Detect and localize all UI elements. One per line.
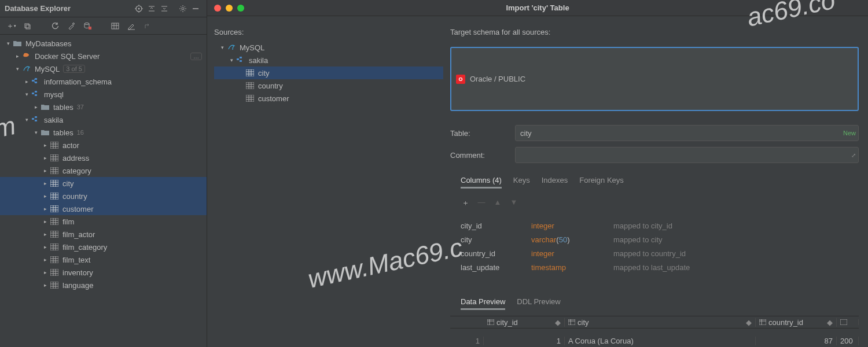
- database-stop-icon[interactable]: [81, 20, 94, 32]
- chevron-right-icon: ▸: [23, 78, 30, 85]
- more-badge[interactable]: …: [190, 53, 202, 60]
- svg-line-26: [34, 81, 35, 83]
- tool-properties-icon[interactable]: [65, 20, 78, 32]
- table-category[interactable]: ▸category: [0, 164, 207, 177]
- tree-mysql[interactable]: ▾MySQL3 of 5: [0, 62, 207, 75]
- svg-rect-68: [50, 231, 58, 238]
- window-close-button[interactable]: [214, 5, 221, 12]
- tree-mysql-db[interactable]: ▾mysql: [0, 88, 207, 101]
- column-row[interactable]: country_idintegermapped to country_id: [461, 246, 848, 260]
- table-film[interactable]: ▸film: [0, 215, 207, 228]
- table-actor[interactable]: ▸actor: [0, 139, 207, 152]
- table-address[interactable]: ▸address: [0, 152, 207, 164]
- tree-sakila[interactable]: ▾sakila: [0, 113, 207, 126]
- table-customer[interactable]: ▸customer: [0, 202, 207, 215]
- tree-sakila-tables[interactable]: ▾tables16: [0, 126, 207, 139]
- window-minimize-button[interactable]: [226, 5, 233, 12]
- table-icon: [50, 153, 59, 163]
- move-down-button[interactable]: ▼: [509, 198, 518, 208]
- dialog-titlebar: Import 'city' Table: [207, 0, 868, 16]
- chevron-down-icon: ▾: [14, 65, 21, 72]
- edit-icon[interactable]: [125, 20, 138, 32]
- schema-icon: [236, 56, 245, 65]
- svg-rect-27: [32, 93, 34, 94]
- preview-col-city[interactable]: city◆: [565, 318, 756, 327]
- tab-foreign-keys[interactable]: Foreign Keys: [579, 174, 624, 189]
- oracle-icon: O: [456, 75, 465, 84]
- svg-rect-38: [50, 154, 58, 161]
- schema-icon: [31, 90, 41, 99]
- preview-col-city-id[interactable]: city_id◆: [484, 318, 565, 327]
- table-film-category[interactable]: ▸film_category: [0, 241, 207, 253]
- tab-keys[interactable]: Keys: [513, 174, 530, 189]
- target-schema-selector[interactable]: O Oracle / PUBLIC: [450, 47, 859, 111]
- mysql-icon: [22, 64, 31, 73]
- comment-input[interactable]: ⤢: [515, 147, 859, 163]
- table-film-actor[interactable]: ▸film_actor: [0, 228, 207, 241]
- svg-rect-95: [240, 60, 242, 62]
- remove-column-button[interactable]: —: [477, 198, 486, 208]
- table-language[interactable]: ▸language: [0, 279, 207, 291]
- tab-indexes[interactable]: Indexes: [542, 174, 568, 189]
- table-film-text[interactable]: ▸film_text: [0, 253, 207, 266]
- schema-icon: [31, 115, 41, 124]
- svg-rect-16: [89, 27, 91, 29]
- target-icon[interactable]: [133, 2, 145, 15]
- table-icon: [245, 81, 255, 90]
- folder-icon: [13, 39, 22, 48]
- svg-rect-22: [32, 80, 34, 82]
- settings-icon[interactable]: [176, 2, 189, 15]
- preview-col-last[interactable]: [837, 319, 859, 325]
- duplicate-icon[interactable]: [21, 20, 34, 32]
- table-icon: [50, 191, 59, 201]
- explorer-tree: ▾MyDatabases ▸Docker SQL Server… ▾MySQL3…: [0, 35, 207, 347]
- refresh-icon[interactable]: [49, 20, 61, 32]
- table-input[interactable]: city New: [515, 125, 859, 141]
- tree-info-schema[interactable]: ▸information_schema: [0, 75, 207, 88]
- preview-row[interactable]: 1 1 A Corua (La Corua) 87 200: [450, 334, 859, 347]
- src-country[interactable]: ▸country: [214, 79, 443, 92]
- table-view-icon[interactable]: [109, 20, 122, 32]
- svg-rect-63: [50, 218, 58, 225]
- tree-docker[interactable]: ▸Docker SQL Server…: [0, 50, 207, 62]
- column-row[interactable]: city_idintegermapped to city_id: [461, 219, 848, 232]
- minimize-icon[interactable]: [189, 2, 202, 15]
- src-city[interactable]: ▸city: [214, 67, 443, 79]
- svg-rect-94: [240, 57, 242, 58]
- table-country[interactable]: ▸country: [0, 190, 207, 202]
- move-up-button[interactable]: ▲: [493, 198, 502, 208]
- columns-toolbar: ＋ — ▲ ▼: [450, 194, 859, 212]
- src-sakila[interactable]: ▾sakila: [214, 54, 443, 67]
- table-icon: [50, 179, 59, 188]
- chevron-down-icon: ▾: [23, 91, 30, 98]
- expand-icon[interactable]: ⤢: [851, 152, 856, 158]
- add-icon[interactable]: ＋▾: [5, 20, 17, 32]
- tree-root[interactable]: ▾MyDatabases: [0, 37, 207, 50]
- collapse-all-icon[interactable]: [158, 2, 171, 15]
- column-row[interactable]: last_updatetimestampmapped to last_updat…: [461, 260, 848, 274]
- column-row[interactable]: cityvarchar(50)mapped to city: [461, 232, 848, 246]
- explorer-toolbar: ＋▾: [0, 17, 207, 35]
- tab-data-preview[interactable]: Data Preview: [461, 295, 505, 310]
- table-inventory[interactable]: ▸inventory: [0, 266, 207, 279]
- tree-mysql-tables[interactable]: ▸tables37: [0, 101, 207, 113]
- jump-icon[interactable]: [141, 20, 154, 32]
- tab-columns[interactable]: Columns (4): [461, 174, 502, 189]
- add-column-button[interactable]: ＋: [461, 198, 470, 208]
- expand-all-icon[interactable]: [145, 2, 158, 15]
- svg-rect-114: [568, 319, 575, 325]
- svg-rect-33: [50, 142, 58, 149]
- table-city[interactable]: ▸city: [0, 177, 207, 190]
- comment-label: Comment:: [450, 151, 508, 160]
- chevron-right-icon: ▸: [14, 53, 21, 60]
- preview-col-country-id[interactable]: country_id◆: [756, 318, 837, 327]
- table-icon: [50, 255, 59, 264]
- sources-panel: Sources: ▾MySQL ▾sakila ▸city ▸country ▸…: [207, 16, 450, 347]
- svg-rect-120: [840, 319, 847, 325]
- table-label: Table:: [450, 129, 508, 138]
- svg-rect-83: [50, 269, 58, 276]
- window-zoom-button[interactable]: [237, 5, 244, 12]
- tab-ddl-preview[interactable]: DDL Preview: [517, 295, 560, 310]
- src-mysql[interactable]: ▾MySQL: [214, 41, 443, 54]
- src-customer[interactable]: ▸customer: [214, 92, 443, 105]
